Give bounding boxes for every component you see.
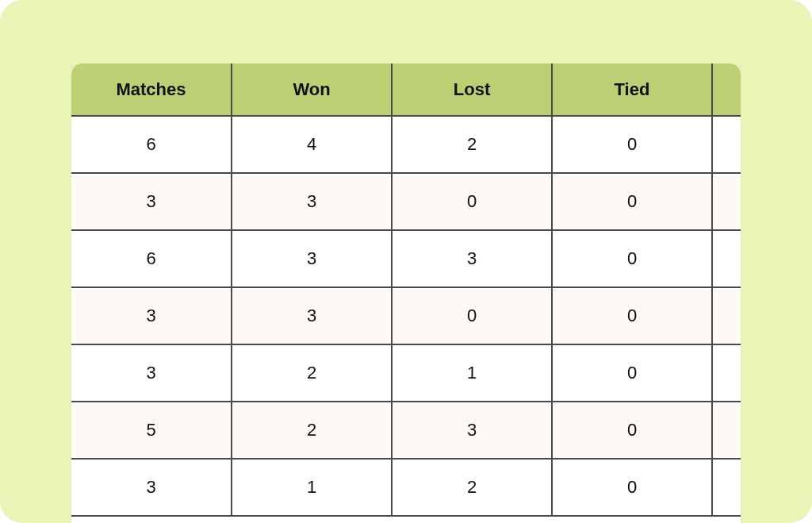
cell-nr: 0 <box>712 116 741 173</box>
cell-won: 3 <box>232 173 392 230</box>
cell-tied: 0 <box>552 402 712 459</box>
cell-tied: 0 <box>552 116 712 173</box>
table-row: 3 3 0 0 0 <box>71 287 741 344</box>
cell-nr: 0 <box>712 287 741 344</box>
cell-won: 4 <box>232 116 392 173</box>
header-lost: Lost <box>392 63 552 116</box>
cell-lost: 2 <box>392 459 552 516</box>
header-nr: N/ <box>712 63 741 116</box>
table-row: 3 1 2 0 0 <box>71 459 741 516</box>
cell-won: 2 <box>232 402 392 459</box>
cell-tied: 0 <box>552 287 712 344</box>
cell-matches: 5 <box>71 402 232 459</box>
cell-tied: 0 <box>552 459 712 516</box>
cell-won: 3 <box>232 287 392 344</box>
cell-nr: 0 <box>712 344 741 402</box>
table-row: 6 4 2 0 0 <box>71 116 741 173</box>
table-row: 5 2 3 0 0 <box>71 402 741 459</box>
table-card: Matches Won Lost Tied N/ 6 4 2 0 0 3 3 <box>71 63 741 523</box>
cell-tied: 0 <box>552 173 712 230</box>
cell-matches: 3 <box>71 344 232 402</box>
header-won: Won <box>232 63 392 116</box>
cell-matches: 6 <box>71 230 232 287</box>
cell-lost: 3 <box>392 230 552 287</box>
cell-lost: 2 <box>392 116 552 173</box>
table-header-row: Matches Won Lost Tied N/ <box>71 63 741 116</box>
table-row: 3 3 0 0 0 <box>71 173 741 230</box>
table-row: 3 2 1 0 0 <box>71 344 741 402</box>
cell-lost: 1 <box>392 344 552 402</box>
cell-tied: 0 <box>552 344 712 402</box>
header-tied: Tied <box>552 63 712 116</box>
cell-matches: 3 <box>71 459 232 516</box>
table-row: 6 3 3 0 0 <box>71 230 741 287</box>
cell-matches: 3 <box>71 173 232 230</box>
cell-lost: 0 <box>392 287 552 344</box>
page-background: Matches Won Lost Tied N/ 6 4 2 0 0 3 3 <box>0 0 812 523</box>
cell-nr: 0 <box>712 230 741 287</box>
cell-won: 3 <box>232 230 392 287</box>
cell-tied: 0 <box>552 230 712 287</box>
results-table: Matches Won Lost Tied N/ 6 4 2 0 0 3 3 <box>71 63 741 517</box>
cell-won: 2 <box>232 344 392 402</box>
cell-won: 1 <box>232 459 392 516</box>
cell-lost: 3 <box>392 402 552 459</box>
cell-lost: 0 <box>392 173 552 230</box>
cell-nr: 0 <box>712 173 741 230</box>
cell-nr: 0 <box>712 459 741 516</box>
cell-nr: 0 <box>712 402 741 459</box>
cell-matches: 3 <box>71 287 232 344</box>
cell-matches: 6 <box>71 116 232 173</box>
header-matches: Matches <box>71 63 232 116</box>
